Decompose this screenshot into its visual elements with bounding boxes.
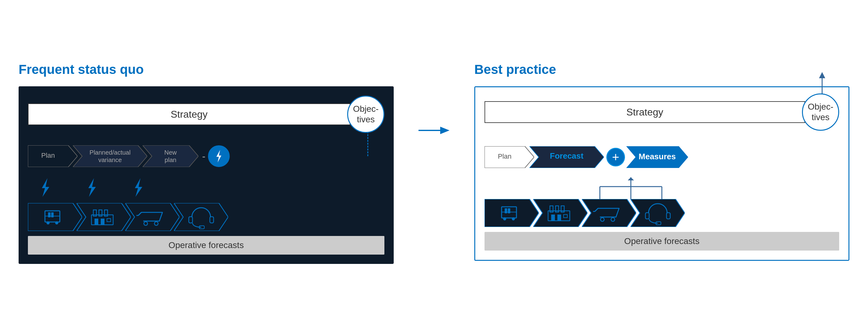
- svg-text:Plan: Plan: [498, 153, 512, 160]
- lightning-icon: [214, 150, 224, 162]
- svg-text:Plan: Plan: [41, 152, 55, 159]
- right-icon-chevron-2: [533, 199, 587, 227]
- forecast-chevron: Forecast: [529, 146, 604, 168]
- panel-arrow: [418, 124, 450, 137]
- minus-symbol: -: [202, 151, 206, 162]
- right-plan-chevron: Plan: [485, 146, 534, 168]
- svg-marker-37: [440, 127, 450, 134]
- lightning3: [130, 178, 146, 197]
- icon-chevron-2: [76, 203, 131, 231]
- dashed-line: [367, 131, 368, 156]
- right-panel: Best practice Strategy Objec-tives: [474, 62, 849, 261]
- svg-marker-5: [143, 145, 198, 167]
- minus-lightning: -: [202, 145, 230, 167]
- left-operative-bar: Operative forecasts: [28, 236, 384, 254]
- icon-chevron-3: [125, 203, 180, 231]
- left-strategy-bar: Strategy: [28, 103, 350, 125]
- plan-chevron: Plan: [28, 145, 78, 167]
- svg-text:Forecast: Forecast: [550, 151, 584, 161]
- svg-text:variance: variance: [98, 157, 122, 163]
- connector-arrows: [569, 177, 755, 199]
- right-strategy-bar: Strategy: [485, 101, 805, 123]
- right-arrow-icon: [418, 124, 450, 137]
- right-icon-chevron-3: [582, 199, 636, 227]
- right-operative-bar: Operative forecasts: [485, 232, 839, 250]
- svg-marker-51: [628, 177, 634, 181]
- right-icon-row: [485, 199, 839, 227]
- svg-point-18: [55, 221, 58, 224]
- svg-marker-19: [76, 203, 131, 231]
- measures-chevron: Measures: [626, 146, 688, 168]
- up-arrow-to-objectives: [817, 72, 827, 95]
- variance-chevron: Planned/actual variance: [73, 145, 147, 167]
- svg-text:plan: plan: [165, 157, 176, 163]
- svg-text:Planned/actual: Planned/actual: [90, 149, 130, 156]
- svg-marker-72: [630, 199, 685, 227]
- svg-marker-32: [174, 203, 228, 231]
- svg-marker-27: [125, 203, 180, 231]
- up-arrow-icon: [817, 72, 827, 94]
- svg-rect-24: [95, 219, 98, 225]
- svg-marker-10: [88, 178, 96, 197]
- svg-rect-25: [101, 219, 104, 225]
- svg-rect-55: [508, 208, 510, 213]
- svg-marker-39: [819, 72, 825, 78]
- svg-marker-59: [533, 199, 587, 227]
- left-panel: Frequent status quo Strategy Objec-tives: [19, 62, 394, 264]
- svg-marker-11: [135, 178, 142, 197]
- left-panel-title: Frequent status quo: [19, 62, 394, 77]
- right-strategy-row: Strategy Objec-tives: [485, 93, 839, 131]
- svg-marker-2: [73, 145, 147, 167]
- svg-rect-14: [48, 212, 51, 217]
- left-lightning-row: [28, 178, 384, 197]
- right-chevron-row: Plan Forecast + Measures: [485, 146, 839, 168]
- icon-chevron-4: [174, 203, 228, 231]
- svg-marker-67: [582, 199, 636, 227]
- lightning-circle: [208, 145, 230, 167]
- svg-text:Measures: Measures: [639, 152, 676, 161]
- plus-circle: +: [607, 148, 625, 166]
- lightning1: [37, 178, 53, 197]
- svg-point-17: [46, 221, 50, 224]
- right-panel-box: Strategy Objec-tives: [474, 86, 849, 261]
- right-objectives-circle: Objec-tives: [802, 93, 839, 131]
- left-icon-row: [28, 203, 384, 231]
- svg-marker-12: [28, 203, 82, 231]
- svg-marker-8: [216, 150, 221, 162]
- svg-rect-64: [551, 215, 555, 221]
- right-icon-chevron-1: [485, 199, 539, 227]
- svg-marker-9: [42, 178, 49, 197]
- lightning2: [84, 178, 99, 197]
- svg-point-57: [503, 217, 506, 220]
- svg-marker-52: [485, 199, 539, 227]
- svg-text:New: New: [164, 149, 177, 156]
- svg-rect-65: [557, 215, 561, 221]
- newplan-chevron: New plan: [143, 145, 198, 167]
- right-icon-chevron-4: [630, 199, 685, 227]
- upward-arrows: [485, 177, 839, 199]
- svg-rect-54: [505, 208, 507, 213]
- svg-rect-15: [51, 212, 54, 217]
- left-chevron-row: Plan Planned/actual variance New plan -: [28, 145, 384, 167]
- svg-point-58: [512, 217, 515, 220]
- left-objectives-circle: Objec-tives: [347, 96, 384, 133]
- right-panel-title: Best practice: [474, 62, 849, 77]
- icon-chevron-1: [28, 203, 82, 231]
- left-strategy-row: Strategy Objec-tives: [28, 96, 384, 133]
